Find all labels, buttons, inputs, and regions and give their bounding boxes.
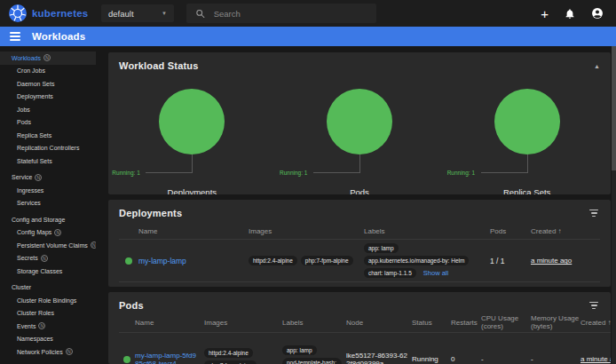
- sidebar-label: Deployments: [17, 93, 53, 99]
- namespaced-badge: N: [35, 174, 42, 181]
- collapse-icon[interactable]: ▲: [594, 63, 600, 69]
- brand-name: kubernetes: [32, 8, 88, 19]
- pods-card: Pods Name Images Labels Node Status Rest…: [108, 292, 611, 364]
- namespaced-badge: N: [54, 229, 61, 236]
- image-chip: httpd:2.4-alpine: [249, 256, 297, 265]
- column-header[interactable]: Pods: [490, 227, 531, 235]
- sidebar-item-ingresses[interactable]: Ingresses: [0, 184, 96, 197]
- sidebar-label: Jobs: [17, 107, 30, 113]
- search-bar[interactable]: [186, 4, 376, 23]
- sidebar-item-cron-jobs[interactable]: Cron Jobs: [0, 65, 96, 78]
- chart-title: Pods: [280, 187, 439, 194]
- restarts-count: 0: [451, 355, 481, 363]
- legend-connector: [192, 154, 193, 173]
- search-icon: [195, 8, 206, 20]
- sidebar-item-deployments[interactable]: Deployments: [0, 91, 96, 104]
- namespaced-badge: N: [66, 348, 73, 355]
- brand-home-link[interactable]: kubernetes: [9, 4, 92, 22]
- topbar-actions: +: [541, 7, 604, 20]
- sidebar-item-pods[interactable]: Pods: [0, 116, 96, 130]
- scrollbar[interactable]: [612, 46, 616, 364]
- workload-status-card: Workload Status ▲ Running: 1 Deployments: [108, 52, 611, 194]
- sidebar-item-replication-controllers[interactable]: Replication Controllers: [0, 142, 96, 155]
- sidebar-group-cluster[interactable]: Cluster: [0, 281, 96, 295]
- sidebar-group-workloads[interactable]: Workloads N: [0, 51, 96, 65]
- column-header[interactable]: Status: [412, 319, 451, 327]
- node-name: lke55127-86393-622f8d09399a: [346, 352, 412, 364]
- bell-icon: [565, 8, 575, 20]
- sidebar: Workloads N Cron Jobs Daemon Sets Deploy…: [0, 46, 96, 364]
- column-header[interactable]: Images: [249, 227, 364, 235]
- column-header[interactable]: Name: [138, 227, 249, 235]
- namespace-select[interactable]: default ▼: [101, 4, 174, 22]
- legend-connector: [527, 154, 528, 173]
- sidebar-item-events[interactable]: Events N: [0, 320, 96, 333]
- sidebar-item-cluster-roles[interactable]: Cluster Roles: [0, 307, 96, 320]
- column-header[interactable]: Memory Usage (bytes): [531, 314, 580, 330]
- page-title: Workloads: [32, 31, 85, 42]
- chart-title: Deployments: [112, 187, 272, 194]
- scrollbar-thumb[interactable]: [612, 46, 616, 170]
- sidebar-item-replica-sets[interactable]: Replica Sets: [0, 129, 96, 142]
- legend-connector: [146, 172, 192, 173]
- sidebar-label: Persistent Volume Claims: [17, 242, 88, 249]
- label-chip: app.kubernetes.io/managed-by: Helm: [364, 256, 469, 265]
- deployment-row: my-lamp-lamp httpd:2.4-alpine php:7-fpm-…: [119, 240, 600, 282]
- column-header[interactable]: Labels: [282, 319, 346, 327]
- pod-name-link[interactable]: my-lamp-lamp-5fd985cf68-jwvz4: [135, 352, 204, 364]
- sidebar-item-secrets[interactable]: Secrets N: [0, 252, 96, 265]
- show-all-link[interactable]: Show all: [423, 269, 448, 277]
- column-header[interactable]: Created↑: [580, 319, 611, 327]
- sidebar-item-services[interactable]: Services: [0, 197, 96, 210]
- label-chip: pod-template-hash: 5fd985cf68: [282, 358, 342, 364]
- kubernetes-logo-icon: [9, 4, 27, 22]
- pie-chart: [327, 89, 392, 154]
- column-header[interactable]: Restarts: [451, 319, 481, 327]
- cpu-usage: -: [481, 355, 531, 363]
- sidebar-label: Replica Sets: [17, 132, 51, 138]
- sidebar-item-daemon-sets[interactable]: Daemon Sets: [0, 77, 96, 91]
- sidebar-item-persistent-volume-claims[interactable]: Persistent Volume Claims N: [0, 239, 96, 252]
- label-chip: app: lamp: [364, 243, 399, 253]
- search-input[interactable]: [214, 9, 367, 19]
- deployments-status-chart: Running: 1 Deployments: [112, 89, 272, 194]
- column-header[interactable]: Labels: [364, 227, 490, 235]
- sidebar-item-storage-classes[interactable]: Storage Classes: [0, 265, 96, 278]
- column-header[interactable]: Created↑: [531, 227, 596, 235]
- create-resource-button[interactable]: +: [541, 7, 549, 20]
- filter-icon[interactable]: [588, 300, 600, 311]
- card-title: Pods: [119, 300, 144, 311]
- sidebar-item-namespaces[interactable]: Namespaces: [0, 333, 96, 346]
- image-chip: php:7-fpm-alpine: [301, 256, 353, 265]
- column-header[interactable]: Name: [135, 319, 204, 327]
- sidebar-label: Stateful Sets: [17, 158, 52, 164]
- sidebar-item-stateful-sets[interactable]: Stateful Sets: [0, 154, 96, 168]
- deployments-table-header: Name Images Labels Pods Created↑: [119, 224, 600, 240]
- sidebar-item-cluster-role-bindings[interactable]: Cluster Role Bindings: [0, 294, 96, 307]
- deployments-card: Deployments Name Images Labels Pods Crea…: [108, 200, 611, 287]
- column-header[interactable]: CPU Usage (cores): [481, 314, 531, 330]
- account-circle-icon: [591, 7, 604, 20]
- sidebar-item-config-maps[interactable]: Config Maps N: [0, 226, 96, 240]
- created-timestamp[interactable]: a minute ago: [531, 257, 596, 265]
- column-header[interactable]: Node: [346, 319, 412, 327]
- notifications-button[interactable]: [565, 8, 575, 20]
- legend-label: Running: 1: [447, 170, 475, 176]
- menu-icon[interactable]: [10, 32, 20, 41]
- account-button[interactable]: [591, 7, 604, 20]
- sidebar-label: Services: [17, 200, 41, 206]
- sidebar-item-network-policies[interactable]: Network Policies N: [0, 345, 96, 359]
- sidebar-group-service[interactable]: Service N: [0, 171, 96, 185]
- pod-row: my-lamp-lamp-5fd985cf68-jwvz4 httpd:2.4-…: [119, 333, 611, 364]
- namespace-value: default: [108, 9, 134, 19]
- chevron-down-icon: ▼: [162, 11, 167, 16]
- topbar: kubernetes default ▼ +: [0, 0, 616, 27]
- image-chip: php:7-fpm-alpine: [204, 360, 257, 364]
- created-timestamp[interactable]: a minute ago: [580, 355, 611, 363]
- deployment-name-link[interactable]: my-lamp-lamp: [138, 257, 249, 265]
- sidebar-item-jobs[interactable]: Jobs: [0, 103, 96, 116]
- filter-icon[interactable]: [588, 208, 600, 218]
- sidebar-group-config-and-storage[interactable]: Config and Storage: [0, 213, 96, 226]
- column-header[interactable]: Images: [204, 319, 282, 327]
- sidebar-label: Cluster: [12, 284, 31, 290]
